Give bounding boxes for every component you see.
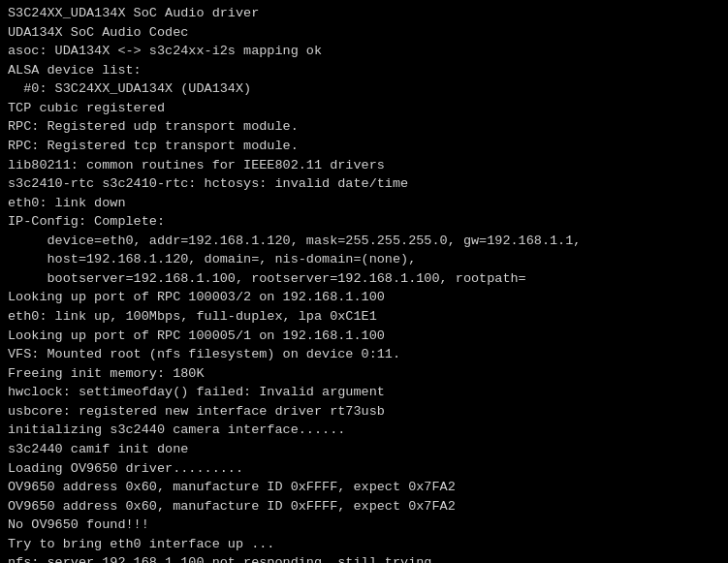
terminal-line: asoc: UDA134X <-> s3c24xx-i2s mapping ok — [8, 42, 720, 61]
terminal-line: Loading OV9650 driver......... — [8, 459, 720, 479]
terminal-line: RPC: Registered udp transport module. — [8, 117, 720, 137]
terminal-line: TCP cubic registered — [8, 99, 720, 118]
terminal-line: Freeing init memory: 180K — [8, 364, 720, 384]
terminal-line: bootserver=192.168.1.100, rootserver=192… — [8, 269, 720, 289]
terminal-line: ALSA device list: — [8, 61, 720, 80]
terminal-line: Try to bring eth0 interface up ... — [8, 535, 720, 554]
terminal-line: eth0: link up, 100Mbps, full-duplex, lpa… — [8, 307, 720, 327]
terminal-line: UDA134X SoC Audio Codec — [8, 23, 720, 43]
terminal-line: OV9650 address 0x60, manufacture ID 0xFF… — [8, 497, 720, 516]
terminal-line: #0: S3C24XX_UDA134X (UDA134X) — [8, 79, 720, 99]
terminal-line: Looking up port of RPC 100003/2 on 192.1… — [8, 288, 720, 307]
terminal-line: s3c2440 camif init done — [8, 440, 720, 459]
terminal-line: nfs: server 192.168.1.100 not responding… — [8, 553, 720, 563]
terminal-line: initializing s3c2440 camera interface...… — [8, 421, 720, 440]
terminal-line: usbcore: registered new interface driver… — [8, 402, 720, 422]
terminal-line: host=192.168.1.120, domain=, nis-domain=… — [8, 250, 720, 269]
terminal-line: s3c2410-rtc s3c2410-rtc: hctosys: invali… — [8, 174, 720, 194]
terminal-output: S3C24XX_UDA134X SoC Audio driverUDA134X … — [0, 0, 728, 563]
terminal-line: RPC: Registered tcp transport module. — [8, 137, 720, 156]
terminal-line: No OV9650 found!!! — [8, 516, 720, 535]
terminal-line: VFS: Mounted root (nfs filesystem) on de… — [8, 345, 720, 364]
terminal-line: hwclock: settimeofday() failed: Invalid … — [8, 383, 720, 402]
terminal-line: IP-Config: Complete: — [8, 212, 720, 232]
terminal-line: lib80211: common routines for IEEE802.11… — [8, 156, 720, 175]
terminal-line: S3C24XX_UDA134X SoC Audio driver — [8, 4, 720, 23]
terminal-line: device=eth0, addr=192.168.1.120, mask=25… — [8, 232, 720, 251]
terminal-line: Looking up port of RPC 100005/1 on 192.1… — [8, 327, 720, 346]
terminal-line: OV9650 address 0x60, manufacture ID 0xFF… — [8, 478, 720, 497]
terminal-line: eth0: link down — [8, 194, 720, 213]
